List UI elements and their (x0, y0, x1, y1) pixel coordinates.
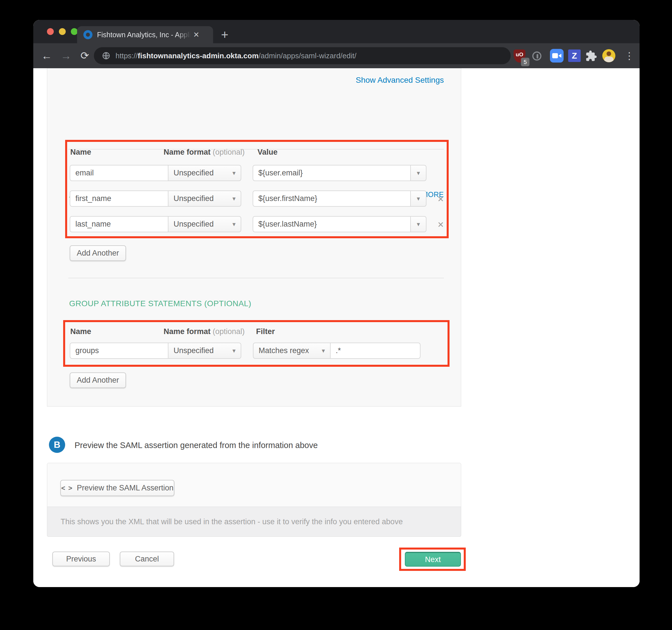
browser-toolbar: ← → ⟳ https://fishtownanalytics-admin.ok… (33, 43, 640, 68)
group-name-input[interactable] (70, 343, 168, 359)
url-text: https://fishtownanalytics-admin.okta.com… (116, 51, 357, 60)
chevron-down-icon: ▾ (233, 170, 236, 177)
remove-row-icon[interactable]: ✕ (435, 195, 447, 204)
group-attribute-statements-title: GROUP ATTRIBUTE STATEMENTS (OPTIONAL) (69, 299, 251, 308)
url-scheme: https:// (116, 51, 138, 60)
attr-value-dropdown-button[interactable]: ▾ (410, 216, 427, 232)
attr-format-value: Unspecified (173, 169, 214, 177)
okta-favicon-icon (83, 30, 93, 39)
chevron-down-icon: ▾ (417, 195, 420, 202)
titlebar: Fishtown Analytics, Inc - Applic ✕ + (33, 20, 640, 43)
address-bar[interactable]: https://fishtownanalytics-admin.okta.com… (94, 47, 511, 64)
forward-icon[interactable]: → (61, 43, 71, 68)
group-format-value: Unspecified (173, 346, 214, 355)
cancel-button[interactable]: Cancel (120, 552, 174, 566)
column-header-value: Value (258, 148, 278, 157)
column-header-name: Name (70, 148, 91, 157)
chevron-down-icon: ▾ (233, 221, 236, 228)
tab-close-icon[interactable]: ✕ (193, 30, 199, 39)
url-host: fishtownanalytics-admin.okta.com (138, 51, 259, 60)
column-header-name: Name (70, 327, 91, 336)
chevron-down-icon: ▾ (322, 347, 325, 354)
attr-value-input[interactable] (253, 216, 411, 232)
attr-format-select[interactable]: Unspecified▾ (168, 216, 241, 232)
password-manager-extension-icon[interactable] (532, 51, 542, 60)
close-window-button[interactable] (47, 28, 54, 35)
preview-button-label: Preview the SAML Assertion (77, 484, 173, 493)
zotero-extension-icon[interactable]: Z (568, 49, 581, 62)
attr-name-input[interactable] (70, 191, 168, 207)
column-header-format: Name format (optional) (164, 327, 245, 336)
browser-menu-icon[interactable]: ⋮ (624, 43, 634, 68)
profile-avatar[interactable] (602, 49, 616, 62)
extensions-puzzle-icon[interactable] (585, 50, 597, 63)
group-format-select[interactable]: Unspecified▾ (168, 343, 241, 359)
attr-name-input[interactable] (70, 165, 168, 181)
remove-row-icon[interactable]: ✕ (435, 220, 447, 229)
attr-value-dropdown-button[interactable]: ▾ (410, 191, 427, 207)
step-b-badge: B (49, 437, 65, 453)
attr-value-dropdown-button[interactable]: ▾ (410, 165, 427, 181)
code-icon: < > (61, 484, 73, 492)
attr-value-input[interactable] (253, 191, 411, 207)
back-icon[interactable]: ← (41, 43, 52, 68)
browser-window: Fishtown Analytics, Inc - Applic ✕ + ← →… (33, 20, 640, 587)
new-tab-button[interactable]: + (221, 27, 229, 43)
chevron-down-icon: ▾ (233, 347, 236, 354)
group-filter-value-input[interactable] (330, 343, 421, 359)
globe-icon (102, 51, 111, 60)
url-path: /admin/apps/saml-wizard/edit/ (259, 51, 357, 60)
divider (68, 278, 444, 278)
attr-name-input[interactable] (70, 216, 168, 232)
chevron-down-icon: ▾ (417, 170, 420, 177)
attr-format-value: Unspecified (173, 220, 214, 229)
minimize-window-button[interactable] (59, 28, 66, 35)
chevron-down-icon: ▾ (233, 195, 236, 202)
group-filter-select[interactable]: Matches regex▾ (253, 343, 331, 359)
preview-section-heading: Preview the SAML assertion generated fro… (75, 440, 318, 450)
group-filter-type: Matches regex (259, 346, 309, 355)
chevron-down-icon: ▾ (417, 221, 420, 228)
column-header-filter: Filter (256, 327, 275, 336)
preview-note: This shows you the XML that will be used… (47, 507, 461, 537)
reload-icon[interactable]: ⟳ (80, 43, 89, 68)
attr-format-select[interactable]: Unspecified▾ (168, 191, 241, 207)
zoom-window-button[interactable] (71, 28, 78, 35)
add-another-group-attribute-button[interactable]: Add Another (70, 373, 126, 388)
attr-format-value: Unspecified (173, 194, 214, 203)
previous-button[interactable]: Previous (52, 552, 110, 566)
show-advanced-settings-link[interactable]: Show Advanced Settings (356, 76, 444, 85)
attr-format-select[interactable]: Unspecified▾ (168, 165, 241, 181)
column-header-format: Name format (optional) (164, 148, 245, 157)
ublock-badge: 5 (521, 58, 529, 66)
page-content: Show Advanced Settings ATTRIBUTE STATEME… (33, 68, 640, 587)
add-another-attribute-button[interactable]: Add Another (70, 245, 126, 261)
preview-saml-assertion-button[interactable]: < >Preview the SAML Assertion (60, 480, 174, 496)
tab-title: Fishtown Analytics, Inc - Applic (97, 31, 191, 39)
annotation-box-next (399, 548, 466, 571)
attr-value-input[interactable] (253, 165, 411, 181)
browser-tab[interactable]: Fishtown Analytics, Inc - Applic ✕ (77, 26, 213, 43)
zoom-extension-icon[interactable] (550, 49, 563, 62)
